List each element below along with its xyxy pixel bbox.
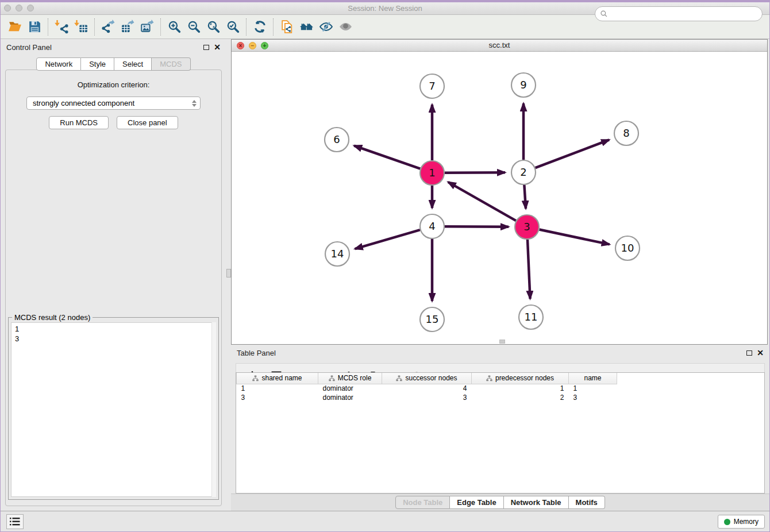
node-4[interactable]: 4 (420, 214, 444, 238)
edge-3-11[interactable] (528, 240, 530, 299)
panel-splitter[interactable] (226, 39, 231, 511)
cell-r0c2[interactable]: 4 (382, 384, 472, 393)
save-button[interactable] (25, 18, 44, 36)
node-6[interactable]: 6 (325, 128, 349, 152)
minimize-window-button[interactable] (16, 5, 22, 11)
network-canvas[interactable]: 7968124314101511 (232, 52, 767, 344)
svg-text:2: 2 (520, 166, 526, 178)
optimization-criterion-label: Optimization criterion: (6, 80, 221, 89)
cell-r1c0[interactable]: 3 (237, 393, 318, 402)
maximize-window-button[interactable] (27, 5, 34, 11)
node-14[interactable]: 14 (325, 242, 349, 266)
tab-select[interactable]: Select (114, 57, 152, 71)
column-header-0[interactable]: shared name (237, 373, 318, 384)
export-table-button[interactable] (118, 18, 137, 36)
column-header-2[interactable]: successor nodes (382, 373, 472, 384)
search-input[interactable] (608, 8, 762, 20)
float-panel-icon[interactable] (203, 45, 209, 50)
memory-button[interactable]: Memory (718, 515, 765, 529)
tab-network[interactable]: Network (36, 57, 81, 71)
close-panel-button[interactable]: Close panel (117, 116, 178, 129)
edge-1-2[interactable] (445, 172, 505, 173)
network-zoom-button[interactable]: + (261, 42, 268, 49)
export-network-icon (101, 20, 116, 34)
optimization-criterion-dropdown[interactable]: strongly connected component (26, 97, 201, 110)
cell-r1c2[interactable]: 3 (382, 393, 472, 402)
node-1[interactable]: 1 (420, 161, 444, 185)
import-network-button[interactable] (52, 18, 71, 36)
run-mcds-button[interactable]: Run MCDS (49, 116, 109, 129)
network-graph[interactable]: 7968124314101511 (232, 52, 767, 345)
open-button[interactable] (5, 18, 25, 36)
network-minimize-button[interactable]: − (249, 42, 256, 49)
node-15[interactable]: 15 (420, 307, 444, 331)
edge-2-3[interactable] (524, 185, 526, 209)
column-header-3[interactable]: predecessor nodes (472, 373, 569, 384)
export-image-button[interactable] (137, 18, 157, 36)
mcds-result-list[interactable]: 1 3 (11, 322, 216, 497)
tab-network-table[interactable]: Network Table (504, 496, 569, 509)
edge-3-1[interactable] (448, 182, 516, 221)
export-network-button[interactable] (98, 18, 118, 36)
edge-4-3[interactable] (445, 226, 509, 227)
show-hide-button[interactable] (316, 18, 336, 36)
cell-r1c1[interactable]: dominator (318, 393, 382, 402)
mcds-result-box: MCDS result (2 nodes) 1 3 (8, 317, 219, 500)
tab-style[interactable]: Style (81, 57, 114, 71)
close-table-panel-icon[interactable]: ✕ (757, 350, 764, 356)
cell-r0c1[interactable]: dominator (318, 384, 382, 393)
home-button[interactable] (297, 18, 316, 36)
eye-disabled-button[interactable] (336, 18, 355, 36)
zoom-fit-button[interactable] (203, 18, 223, 36)
node-8[interactable]: 8 (614, 121, 638, 145)
column-header-1[interactable]: MCDS role (318, 373, 382, 384)
table-row[interactable]: 3dominator323 (237, 393, 617, 402)
show-hide-icon (319, 20, 333, 34)
cell-r0c4[interactable]: 1 (569, 384, 617, 393)
cell-r1c3[interactable]: 2 (472, 393, 569, 402)
table-row[interactable]: 1dominator411 (237, 384, 617, 393)
cell-r1c4[interactable]: 3 (569, 393, 617, 402)
column-type-icon (329, 375, 335, 381)
edge-2-8[interactable] (536, 140, 610, 168)
node-3[interactable]: 3 (515, 215, 539, 239)
float-table-panel-icon[interactable] (746, 350, 752, 356)
svg-text:6: 6 (333, 133, 340, 145)
search-box[interactable] (595, 6, 763, 21)
svg-text:14: 14 (331, 248, 344, 260)
zoom-out-button[interactable] (184, 18, 203, 36)
dropdown-stepper-icon (192, 100, 197, 107)
tab-motifs[interactable]: Motifs (569, 496, 605, 509)
duplicate-network-button[interactable] (277, 18, 297, 36)
node-9[interactable]: 9 (511, 73, 536, 97)
column-header-4[interactable]: name (569, 373, 617, 384)
cell-r0c0[interactable]: 1 (237, 384, 318, 393)
close-window-button[interactable] (4, 5, 11, 11)
network-window-titlebar[interactable]: × − + scc.txt (232, 40, 767, 52)
refresh-button[interactable] (250, 18, 270, 36)
zoom-selected-button[interactable] (223, 18, 242, 36)
close-panel-icon[interactable]: ✕ (214, 44, 221, 50)
network-close-button[interactable]: × (237, 42, 244, 49)
import-network-icon (55, 20, 69, 34)
edge-1-6[interactable] (354, 146, 420, 169)
node-7[interactable]: 7 (420, 74, 444, 98)
task-history-button[interactable] (6, 514, 24, 529)
tab-mcds[interactable]: MCDS (152, 57, 190, 71)
edge-3-10[interactable] (540, 230, 610, 245)
node-2[interactable]: 2 (511, 160, 536, 184)
edge-4-14[interactable] (355, 230, 420, 249)
window-controls (4, 5, 34, 11)
canvas-resize-handle[interactable] (499, 340, 505, 344)
refresh-icon (253, 20, 267, 34)
tab-node-table[interactable]: Node Table (395, 496, 450, 509)
zoom-in-button[interactable] (164, 18, 184, 36)
node-table-grid[interactable]: shared nameMCDS rolesuccessor nodesprede… (236, 373, 617, 402)
import-table-button[interactable] (71, 18, 91, 36)
splitter-handle[interactable] (226, 269, 231, 277)
cell-r0c3[interactable]: 1 (472, 384, 569, 393)
node-10[interactable]: 10 (615, 236, 640, 260)
node-11[interactable]: 11 (519, 305, 543, 329)
tab-edge-table[interactable]: Edge Table (450, 496, 503, 509)
result-scrollbar[interactable] (211, 322, 216, 497)
